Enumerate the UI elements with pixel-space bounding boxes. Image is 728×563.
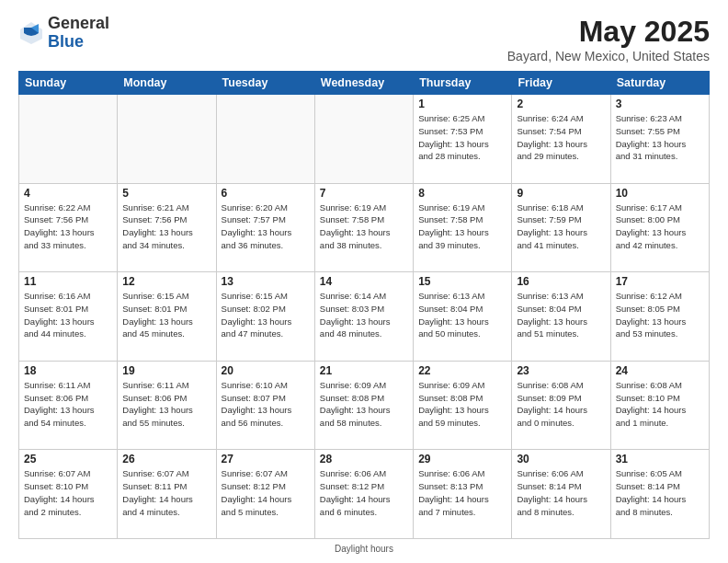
- calendar-cell: [216, 95, 314, 184]
- calendar-cell: 18Sunrise: 6:11 AM Sunset: 8:06 PM Dayli…: [19, 361, 118, 450]
- day-info: Sunrise: 6:06 AM Sunset: 8:14 PM Dayligh…: [517, 467, 605, 518]
- day-info: Sunrise: 6:15 AM Sunset: 8:02 PM Dayligh…: [222, 290, 310, 340]
- day-info: Sunrise: 6:20 AM Sunset: 7:57 PM Dayligh…: [222, 201, 310, 252]
- calendar-cell: 14Sunrise: 6:14 AM Sunset: 8:03 PM Dayli…: [314, 272, 413, 362]
- day-number: 19: [122, 364, 210, 377]
- day-number: 8: [418, 187, 506, 200]
- page: General Blue May 2025 Bayard, New Mexico…: [0, 0, 728, 563]
- day-info: Sunrise: 6:06 AM Sunset: 8:13 PM Dayligh…: [418, 467, 506, 518]
- day-info: Sunrise: 6:22 AM Sunset: 7:56 PM Dayligh…: [24, 201, 112, 252]
- day-number: 7: [320, 187, 408, 200]
- day-info: Sunrise: 6:23 AM Sunset: 7:55 PM Dayligh…: [616, 112, 704, 163]
- day-info: Sunrise: 6:13 AM Sunset: 8:04 PM Dayligh…: [517, 290, 605, 340]
- logo: General Blue: [18, 15, 109, 52]
- day-info: Sunrise: 6:06 AM Sunset: 8:12 PM Dayligh…: [320, 467, 408, 518]
- calendar-cell: 11Sunrise: 6:16 AM Sunset: 8:01 PM Dayli…: [19, 272, 118, 362]
- day-number: 31: [616, 453, 704, 465]
- calendar-cell: 24Sunrise: 6:08 AM Sunset: 8:10 PM Dayli…: [610, 361, 709, 450]
- calendar-cell: 1Sunrise: 6:25 AM Sunset: 7:53 PM Daylig…: [414, 95, 512, 184]
- day-number: 2: [517, 98, 605, 110]
- calendar-cell: 16Sunrise: 6:13 AM Sunset: 8:04 PM Dayli…: [512, 272, 610, 362]
- day-info: Sunrise: 6:08 AM Sunset: 8:10 PM Dayligh…: [616, 379, 704, 430]
- calendar-cell: 4Sunrise: 6:22 AM Sunset: 7:56 PM Daylig…: [19, 183, 118, 272]
- day-number: 16: [517, 275, 605, 288]
- calendar-day-header: Wednesday: [314, 72, 413, 95]
- calendar-cell: 13Sunrise: 6:15 AM Sunset: 8:02 PM Dayli…: [216, 272, 314, 362]
- day-info: Sunrise: 6:18 AM Sunset: 7:59 PM Dayligh…: [517, 201, 605, 252]
- day-number: 1: [418, 98, 506, 110]
- calendar-cell: 30Sunrise: 6:06 AM Sunset: 8:14 PM Dayli…: [512, 450, 610, 539]
- day-number: 30: [517, 453, 605, 465]
- calendar-cell: [118, 95, 216, 184]
- day-info: Sunrise: 6:07 AM Sunset: 8:11 PM Dayligh…: [122, 467, 210, 518]
- day-info: Sunrise: 6:07 AM Sunset: 8:10 PM Dayligh…: [24, 467, 112, 518]
- calendar-cell: 26Sunrise: 6:07 AM Sunset: 8:11 PM Dayli…: [118, 450, 216, 539]
- calendar-week-row: 1Sunrise: 6:25 AM Sunset: 7:53 PM Daylig…: [19, 95, 710, 184]
- calendar-day-header: Saturday: [610, 72, 709, 95]
- day-info: Sunrise: 6:05 AM Sunset: 8:14 PM Dayligh…: [616, 467, 704, 518]
- calendar-cell: 2Sunrise: 6:24 AM Sunset: 7:54 PM Daylig…: [512, 95, 610, 184]
- calendar-header-row: SundayMondayTuesdayWednesdayThursdayFrid…: [19, 72, 710, 95]
- day-number: 28: [320, 453, 408, 465]
- day-info: Sunrise: 6:14 AM Sunset: 8:03 PM Dayligh…: [320, 290, 408, 340]
- header: General Blue May 2025 Bayard, New Mexico…: [18, 15, 710, 63]
- day-info: Sunrise: 6:12 AM Sunset: 8:05 PM Dayligh…: [616, 290, 704, 340]
- day-number: 12: [122, 275, 210, 288]
- day-info: Sunrise: 6:11 AM Sunset: 8:06 PM Dayligh…: [122, 379, 210, 430]
- day-info: Sunrise: 6:07 AM Sunset: 8:12 PM Dayligh…: [222, 467, 310, 518]
- logo-general-text: General: [48, 15, 109, 33]
- calendar-week-row: 18Sunrise: 6:11 AM Sunset: 8:06 PM Dayli…: [19, 361, 710, 450]
- calendar-cell: 19Sunrise: 6:11 AM Sunset: 8:06 PM Dayli…: [118, 361, 216, 450]
- footer: Daylight hours: [18, 544, 710, 554]
- calendar-cell: 3Sunrise: 6:23 AM Sunset: 7:55 PM Daylig…: [610, 95, 709, 184]
- calendar-day-header: Tuesday: [216, 72, 314, 95]
- day-info: Sunrise: 6:08 AM Sunset: 8:09 PM Dayligh…: [517, 379, 605, 430]
- calendar-cell: 20Sunrise: 6:10 AM Sunset: 8:07 PM Dayli…: [216, 361, 314, 450]
- day-info: Sunrise: 6:09 AM Sunset: 8:08 PM Dayligh…: [418, 379, 506, 430]
- day-info: Sunrise: 6:19 AM Sunset: 7:58 PM Dayligh…: [320, 201, 408, 252]
- day-info: Sunrise: 6:24 AM Sunset: 7:54 PM Dayligh…: [517, 112, 605, 163]
- calendar-cell: 9Sunrise: 6:18 AM Sunset: 7:59 PM Daylig…: [512, 183, 610, 272]
- day-info: Sunrise: 6:09 AM Sunset: 8:08 PM Dayligh…: [320, 379, 408, 430]
- calendar-cell: 6Sunrise: 6:20 AM Sunset: 7:57 PM Daylig…: [216, 183, 314, 272]
- day-number: 18: [24, 364, 112, 377]
- day-number: 10: [616, 187, 704, 200]
- day-info: Sunrise: 6:17 AM Sunset: 8:00 PM Dayligh…: [616, 201, 704, 252]
- calendar-cell: 7Sunrise: 6:19 AM Sunset: 7:58 PM Daylig…: [314, 183, 413, 272]
- day-number: 23: [517, 364, 605, 377]
- calendar-cell: [19, 95, 118, 184]
- calendar-cell: 25Sunrise: 6:07 AM Sunset: 8:10 PM Dayli…: [19, 450, 118, 539]
- day-number: 13: [222, 275, 310, 288]
- calendar-cell: 8Sunrise: 6:19 AM Sunset: 7:58 PM Daylig…: [414, 183, 512, 272]
- day-info: Sunrise: 6:15 AM Sunset: 8:01 PM Dayligh…: [122, 290, 210, 340]
- calendar-day-header: Friday: [512, 72, 610, 95]
- day-number: 15: [418, 275, 506, 288]
- day-info: Sunrise: 6:13 AM Sunset: 8:04 PM Dayligh…: [418, 290, 506, 340]
- day-info: Sunrise: 6:19 AM Sunset: 7:58 PM Dayligh…: [418, 201, 506, 252]
- month-title: May 2025: [507, 15, 710, 49]
- day-number: 21: [320, 364, 408, 377]
- day-info: Sunrise: 6:16 AM Sunset: 8:01 PM Dayligh…: [24, 290, 112, 340]
- calendar-day-header: Sunday: [19, 72, 118, 95]
- day-info: Sunrise: 6:11 AM Sunset: 8:06 PM Dayligh…: [24, 379, 112, 430]
- calendar-week-row: 25Sunrise: 6:07 AM Sunset: 8:10 PM Dayli…: [19, 450, 710, 539]
- calendar-cell: 21Sunrise: 6:09 AM Sunset: 8:08 PM Dayli…: [314, 361, 413, 450]
- calendar-table: SundayMondayTuesdayWednesdayThursdayFrid…: [18, 71, 710, 539]
- calendar-cell: 15Sunrise: 6:13 AM Sunset: 8:04 PM Dayli…: [414, 272, 512, 362]
- calendar-cell: 29Sunrise: 6:06 AM Sunset: 8:13 PM Dayli…: [414, 450, 512, 539]
- calendar-cell: 27Sunrise: 6:07 AM Sunset: 8:12 PM Dayli…: [216, 450, 314, 539]
- calendar-cell: 23Sunrise: 6:08 AM Sunset: 8:09 PM Dayli…: [512, 361, 610, 450]
- calendar-cell: 10Sunrise: 6:17 AM Sunset: 8:00 PM Dayli…: [610, 183, 709, 272]
- day-number: 24: [616, 364, 704, 377]
- day-number: 22: [418, 364, 506, 377]
- calendar-week-row: 4Sunrise: 6:22 AM Sunset: 7:56 PM Daylig…: [19, 183, 710, 272]
- day-number: 25: [24, 453, 112, 465]
- calendar-cell: 17Sunrise: 6:12 AM Sunset: 8:05 PM Dayli…: [610, 272, 709, 362]
- title-block: May 2025 Bayard, New Mexico, United Stat…: [507, 15, 710, 63]
- day-number: 20: [222, 364, 310, 377]
- logo-text: General Blue: [48, 15, 109, 52]
- day-info: Sunrise: 6:25 AM Sunset: 7:53 PM Dayligh…: [418, 112, 506, 163]
- calendar-day-header: Monday: [118, 72, 216, 95]
- day-number: 3: [616, 98, 704, 110]
- calendar-day-header: Thursday: [414, 72, 512, 95]
